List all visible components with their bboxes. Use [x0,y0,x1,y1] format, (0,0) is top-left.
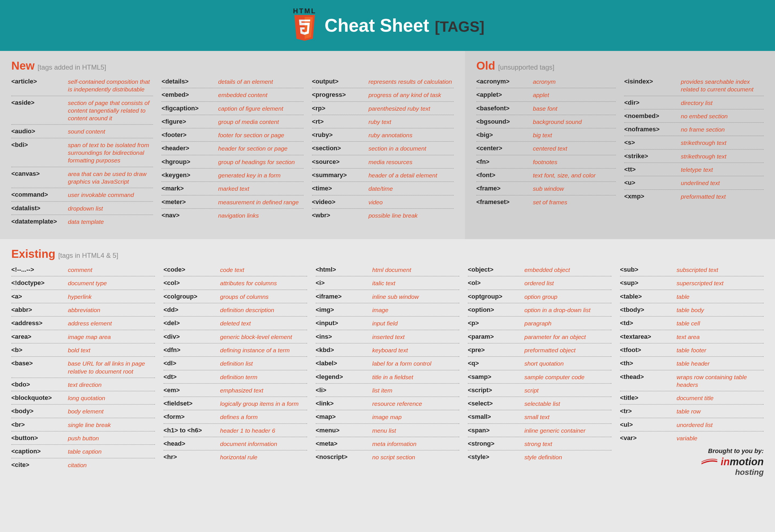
tag-description: superscripted text [677,279,764,287]
tag-name: <datatemplate> [11,218,65,225]
tag-entry: <tr>table row [620,405,764,418]
tag-entry: <audio>sound content [11,125,153,138]
tag-description: comment [68,266,155,274]
tag-name: <time> [312,185,366,192]
tag-description: parameter for an object [525,333,612,341]
tag-entry: <map>image map [316,410,459,424]
tag-name: <nav> [161,212,215,219]
tag-description: table body [677,306,764,314]
tag-name: <sup> [620,279,674,287]
tag-entry: <cite>citation [11,458,155,471]
tag-name: <a> [11,293,65,300]
tag-entry: <sub>subscripted text [620,263,764,277]
tag-entry: <ins>inserted text [316,330,459,344]
tag-entry: <tbody>table body [620,303,764,317]
tag-name: <colgroup> [163,293,217,300]
tag-entry: <colgroup>groups of columns [163,290,307,303]
tag-name: <body> [11,408,65,415]
tag-entry: <dd>definition description [163,303,307,317]
tag-name: <legend> [316,373,369,381]
tag-entry: <bdo>text direction [11,378,155,391]
top-row: New [tags added in HTML5] <article>self-… [0,51,775,239]
tag-entry: <canvas>area that can be used to draw gr… [11,167,153,188]
tag-entry: <var>variable [620,432,764,444]
tag-description: inline sub window [372,293,459,301]
tag-description: footnotes [533,158,616,166]
tag-name: <wbr> [312,212,366,219]
tag-description: option in a drop-down list [525,306,612,314]
tag-name: <style> [468,453,522,461]
brand-row: inmotion [701,456,764,468]
tag-description: variable [677,434,764,442]
tag-entry: <applet>applet [476,88,616,102]
tag-name: <figure> [161,118,215,125]
tag-name: <optgroup> [468,293,522,300]
tag-name: <fn> [476,158,530,165]
tag-description: italic text [372,279,459,287]
tag-description: text area [677,333,764,341]
tag-description: style definition [525,453,612,461]
tag-name: <strike> [624,152,678,160]
tag-entry: <time>date/time [312,182,454,195]
tag-name: <meter> [161,198,215,206]
tag-entry: <td>table cell [620,317,764,330]
tag-name: <em> [163,387,217,394]
tag-entry: <sup>superscripted text [620,277,764,290]
tag-description: abbreviation [68,306,155,314]
tag-entry: <dt>definition term [163,371,307,384]
tag-entry: <input>input field [316,317,459,330]
tag-entry: <body>body element [11,405,155,418]
existing-col-2: <html>html document<i>italic text<iframe… [316,263,459,471]
tag-name: <b> [11,346,65,354]
tag-description: script [525,387,612,394]
tag-entry: <kbd>keyboard text [316,344,459,357]
new-col-0: <article>self-contained composition that… [11,75,153,228]
tag-name: <form> [163,413,217,421]
section-header: Old [unsupported tags] [476,59,764,72]
tag-description: footer for section or page [218,131,303,139]
tag-name: <source> [312,158,366,165]
tag-name: <address> [11,320,65,327]
tag-name: <select> [468,400,522,407]
tag-name: <th> [620,360,674,367]
tag-entry: <ruby>ruby annotations [312,128,454,142]
tag-entry: <progress>progress of any kind of task [312,88,454,102]
tag-name: <ins> [316,333,369,341]
tag-entry: <fn>footnotes [476,155,616,169]
tag-description: generated key in a form [218,171,303,179]
tag-description: possible line break [368,212,454,219]
tag-entry: <frameset>set of frames [476,195,616,208]
section-header: Existing [tags in HTML4 & 5] [11,247,764,260]
tag-name: <ul> [620,421,674,428]
tag-description: citation [68,461,155,469]
tag-entry: <frame>sub window [476,182,616,195]
existing-col-0: <!--...-->comment<!doctype>document type… [11,263,155,471]
tag-name: <ruby> [312,131,366,139]
tag-entry: <title>document title [620,391,764,405]
tag-description: base font [533,105,616,112]
tag-description: inline generic container [525,427,612,434]
tag-description: span of text to be isolated from surroun… [68,141,153,164]
tag-name: <td> [620,320,674,327]
tag-description: header for section or page [218,145,303,152]
tag-description: text font, size, and color [533,171,616,179]
tag-description: option group [525,293,612,301]
tag-entry: <hr>horizontal rule [163,451,307,463]
tag-entry: <optgroup>option group [468,290,612,303]
tag-entry: <!doctype>document type [11,277,155,290]
tag-description: caption of figure element [218,105,303,112]
tag-entry: <mark>marked text [161,182,303,195]
old-columns: <acronym>acronym<applet>applet<basefont>… [476,75,764,208]
tag-description: user invokable command [68,191,153,199]
tag-name: <option> [468,306,522,314]
tag-description: resource reference [372,400,459,408]
tag-entry: <datalist>dropdown list [11,202,153,215]
tag-entry: <html>html document [316,263,459,277]
tag-entry: <ul>unordered list [620,418,764,432]
tag-entry: <details>details of an element [161,75,303,88]
tag-name: <button> [11,434,65,442]
tag-entry: <dl>definition list [163,357,307,370]
tag-description: small text [525,413,612,421]
tag-description: date/time [368,185,454,192]
tag-description: details of an element [218,78,303,85]
